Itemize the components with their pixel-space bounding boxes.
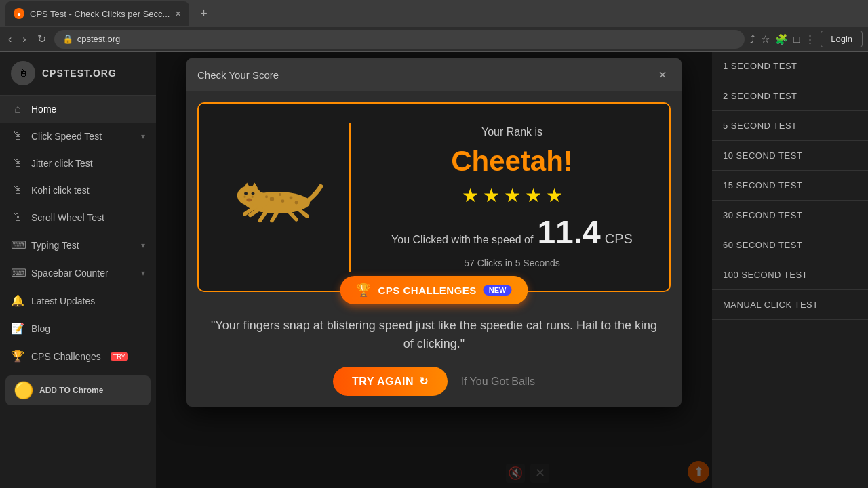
share-icon[interactable]: ⤴ (750, 33, 755, 45)
updates-icon: 🔔 (11, 294, 24, 307)
address-bar: ‹ › ↻ 🔒 cpstest.org ⤴ ☆ 🧩 □ ⋮ Login (0, 27, 868, 52)
right-item-2sec[interactable]: 2 SECOND TEST (712, 81, 868, 111)
sidebar-item-jitter-click[interactable]: 🖱 Jitter click Test (0, 150, 156, 177)
jitter-icon: 🖱 (11, 157, 24, 169)
sidebar-label-kohi: Kohi click test (31, 185, 90, 196)
content-area: Check Your Score × (156, 52, 712, 488)
star-4: ★ (525, 184, 542, 207)
star-1: ★ (462, 184, 479, 207)
right-item-15sec[interactable]: 15 SECOND TEST (712, 171, 868, 201)
chrome-extension-banner[interactable]: 🟡 ADD TO Chrome (5, 375, 151, 405)
speed-value: 11.4 (537, 214, 600, 251)
cps-challenges-button[interactable]: 🏆 CPS CHALLENGES NEW (340, 276, 528, 304)
sidebar-item-typing[interactable]: ⌨ Typing Test ▾ (0, 231, 156, 259)
try-badge: TRY (111, 352, 128, 361)
browser-top-bar: ● CPS Test - Check Clicks per Secc... × … (0, 0, 868, 27)
lock-icon: 🔒 (62, 34, 73, 44)
try-again-button[interactable]: TRY AGAIN ↻ (333, 367, 448, 396)
click-speed-icon: 🖱 (11, 130, 24, 142)
sidebar-item-cps-challenges[interactable]: 🏆 CPS Challenges TRY (0, 342, 156, 370)
blog-icon: 📝 (11, 322, 24, 335)
try-again-area: TRY AGAIN ↻ If You Got Balls (197, 367, 671, 396)
url-text: cpstest.org (77, 34, 121, 44)
quote-text: "Your fingers snap at blistering speed j… (197, 317, 671, 353)
sidebar: 🖱 CPSTEST.ORG ⌂ Home 🖱 Click Speed Test … (0, 52, 156, 488)
new-tab-button[interactable]: + (195, 4, 214, 23)
sidebar-item-spacebar[interactable]: ⌨ Spacebar Counter ▾ (0, 259, 156, 287)
modal-header: Check Your Score × (186, 58, 682, 92)
tab-title: CPS Test - Check Clicks per Secc... (30, 9, 170, 19)
svg-line-5 (260, 211, 267, 220)
speed-unit: CPS (605, 231, 633, 247)
svg-point-17 (243, 196, 245, 198)
reload-button[interactable]: ↻ (35, 30, 49, 48)
challenges-icon: 🏆 (11, 350, 24, 363)
result-stats: Your Rank is Cheetah! ★ ★ ★ ★ ★ You Clic… (371, 126, 653, 268)
sidebar-item-click-speed-test[interactable]: 🖱 Click Speed Test ▾ (0, 123, 156, 150)
svg-line-8 (299, 209, 307, 216)
right-item-30sec[interactable]: 30 SECOND TEST (712, 201, 868, 230)
toolbar-icons: ⤴ ☆ 🧩 □ ⋮ (750, 33, 815, 45)
address-box[interactable]: 🔒 cpstest.org (54, 30, 745, 49)
sidebar-item-scroll-wheel[interactable]: 🖱 Scroll Wheel Test (0, 204, 156, 231)
svg-point-12 (281, 199, 285, 203)
sidebar-label-scroll: Scroll Wheel Test (31, 212, 104, 223)
right-item-1sec[interactable]: 1 SECOND TEST (712, 52, 868, 81)
svg-point-16 (265, 195, 268, 198)
svg-marker-3 (252, 182, 258, 188)
profile-icon[interactable]: □ (793, 33, 800, 45)
svg-point-21 (246, 199, 252, 202)
sidebar-label-updates: Latest Updates (31, 296, 95, 306)
right-item-100sec[interactable]: 100 SECOND TEST (712, 260, 868, 290)
svg-point-11 (270, 197, 274, 201)
right-item-60sec[interactable]: 60 SECOND TEST (712, 230, 868, 260)
modal-title: Check Your Score (197, 69, 279, 81)
logo-icon: 🖱 (11, 61, 35, 85)
scroll-icon: 🖱 (11, 211, 24, 224)
stars-display: ★ ★ ★ ★ ★ (462, 184, 563, 207)
right-item-10sec[interactable]: 10 SECOND TEST (712, 141, 868, 171)
sidebar-item-kohi[interactable]: 🖱 Kohi click test (0, 177, 156, 204)
sidebar-label-cps: CPS Challenges (31, 351, 101, 362)
new-badge: NEW (484, 285, 512, 296)
main-layout: 🖱 CPSTEST.ORG ⌂ Home 🖱 Click Speed Test … (0, 52, 868, 488)
sidebar-label-blog: Blog (31, 323, 50, 334)
speed-row: You Clicked with the speed of 11.4 CPS (391, 214, 633, 251)
chevron-down-icon: ▾ (141, 131, 145, 141)
svg-point-13 (290, 196, 293, 199)
star-5: ★ (546, 184, 563, 207)
try-again-label: TRY AGAIN (352, 375, 414, 388)
menu-icon[interactable]: ⋮ (805, 33, 815, 45)
clicks-info: 57 Clicks in 5 Seconds (464, 258, 560, 268)
bookmark-icon[interactable]: ☆ (761, 33, 770, 45)
sidebar-item-blog[interactable]: 📝 Blog (0, 314, 156, 342)
chrome-logo-icon: 🟡 (14, 381, 34, 400)
modal-close-button[interactable]: × (654, 66, 671, 83)
sidebar-item-home[interactable]: ⌂ Home (0, 96, 156, 123)
forward-button[interactable]: › (20, 30, 28, 48)
challenges-btn-icon: 🏆 (356, 283, 371, 298)
star-3: ★ (504, 184, 521, 207)
chevron-down-icon-3: ▾ (141, 268, 145, 278)
chevron-down-icon-2: ▾ (141, 241, 145, 250)
login-button[interactable]: Login (821, 30, 863, 47)
svg-marker-2 (243, 182, 250, 188)
logo-text: CPSTEST.ORG (42, 68, 117, 79)
right-item-manual[interactable]: MANUAL CLICK TEST (712, 290, 868, 320)
kohi-icon: 🖱 (11, 184, 24, 197)
browser-tab[interactable]: ● CPS Test - Check Clicks per Secc... × (5, 1, 189, 26)
svg-point-18 (252, 196, 254, 198)
sidebar-label-jitter: Jitter click Test (31, 158, 93, 169)
sidebar-item-updates[interactable]: 🔔 Latest Updates (0, 287, 156, 314)
svg-point-15 (295, 201, 298, 205)
spacebar-icon: ⌨ (11, 266, 24, 279)
cheetah-image (218, 170, 326, 224)
tab-close-icon[interactable]: × (175, 8, 180, 19)
extensions-icon[interactable]: 🧩 (775, 33, 788, 45)
back-button[interactable]: ‹ (5, 30, 14, 48)
right-item-5sec[interactable]: 5 SECOND TEST (712, 111, 868, 141)
score-modal: Check Your Score × (186, 58, 682, 407)
home-icon: ⌂ (11, 103, 24, 115)
svg-point-20 (252, 192, 255, 195)
sidebar-label-home: Home (31, 104, 56, 115)
